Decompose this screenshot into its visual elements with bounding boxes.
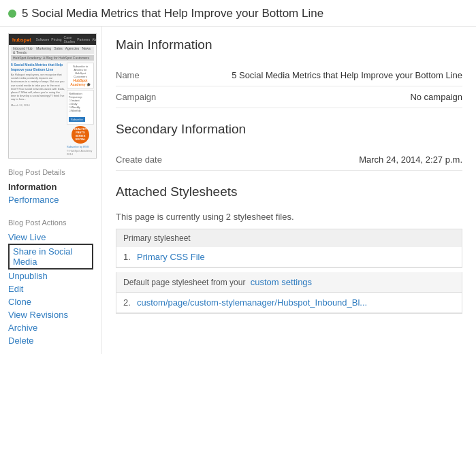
field-value-campaign: No campaign xyxy=(204,86,462,108)
sidebar-item-share-social[interactable]: Share in Social Media xyxy=(8,244,93,270)
stylesheet-row-1: 1. Primary CSS File xyxy=(116,247,462,267)
sidebar-item-view-live[interactable]: View Live xyxy=(8,231,93,244)
stylesheet-row-2: 2. custom/page/custom-stylemanager/Hubsp… xyxy=(116,293,462,313)
sidebar-item-edit[interactable]: Edit xyxy=(8,282,93,295)
stylesheet-link-primary[interactable]: Primary CSS File xyxy=(137,252,205,262)
preview-body: Inbound Hub Marketing Sales Agencies New… xyxy=(9,45,96,158)
preview-academy-bar: HubSpot Academy: A Blog for HubSpot Cust… xyxy=(13,56,89,60)
secondary-info-table: Create date March 24, 2014, 2:27 p.m. xyxy=(116,149,462,171)
preview-hub-bar: Inbound Hub Marketing Sales Agencies New… xyxy=(11,47,94,54)
table-row: Create date March 24, 2014, 2:27 p.m. xyxy=(116,149,462,171)
stylesheet-desc: This page is currently using 2 styleshee… xyxy=(116,212,462,222)
preview-academy-box: Subscribe to Articles for HubSpot Custom… xyxy=(67,63,94,88)
preview-orange-text: HEALTHYPANTSSERIESSOCIAL xyxy=(74,128,87,141)
preview-body-text: As Hubspot employees, we recognize that … xyxy=(11,73,65,101)
preview-headline: 5 Social Media Metrics that Help Improve… xyxy=(11,63,65,71)
main-info-title: Main Information xyxy=(116,37,462,56)
preview-right-col: Subscribe to Articles for HubSpot Custom… xyxy=(67,63,94,156)
preview-nav: Software xyxy=(36,37,50,42)
field-value-name: 5 Social Media Metrics that Help Improve… xyxy=(204,65,462,86)
sidebar-item-archive[interactable]: Archive xyxy=(8,321,93,334)
table-row: Name 5 Social Media Metrics that Help Im… xyxy=(116,65,462,86)
stylesheet-num-2: 2. xyxy=(123,297,137,308)
custom-settings-link[interactable]: custom settings xyxy=(251,277,312,287)
blog-preview: hubsp●t Software Pricing Case Studies Pa… xyxy=(8,33,97,159)
preview-academy-logo: HubSpotAcademy 🎓 xyxy=(69,78,92,86)
main-info-table: Name 5 Social Media Metrics that Help Im… xyxy=(116,65,462,108)
field-label-createdate: Create date xyxy=(116,149,204,171)
field-value-createdate: March 24, 2014, 2:27 p.m. xyxy=(204,149,462,171)
content-area: Main Information Name 5 Social Media Met… xyxy=(102,27,476,354)
stylesheet-num-1: 1. xyxy=(123,252,137,262)
preview-left-col: 5 Social Media Metrics that Help Improve… xyxy=(11,63,65,156)
default-header-text: Default page stylesheet from your xyxy=(123,278,245,287)
status-indicator xyxy=(8,10,16,18)
preview-topbar: hubsp●t Software Pricing Case Studies Pa… xyxy=(9,34,96,45)
sidebar-details-section: Blog Post Details xyxy=(8,168,93,176)
primary-files-container: 1. Primary CSS File xyxy=(116,247,462,268)
preview-rss: Subscribe by RSS © HubSpot Academy 2014 xyxy=(67,145,94,156)
preview-nav: Pricing xyxy=(51,37,61,42)
preview-hub-text: Inbound Hub Marketing Sales Agencies New… xyxy=(13,46,92,54)
sidebar-item-view-revisions[interactable]: View Revisions xyxy=(8,308,93,321)
field-label-name: Name xyxy=(116,65,204,86)
sidebar-item-performance[interactable]: Performance xyxy=(8,193,93,206)
preview-academy-text: Subscribe to Articles for HubSpot Custom… xyxy=(69,65,92,78)
preview-hub-bar-2: HubSpot Academy: A Blog for HubSpot Cust… xyxy=(11,55,94,61)
stylesheet-link-secondary[interactable]: custom/page/custom-stylemanager/Hubspot_… xyxy=(137,297,367,308)
preview-orange-badge: HEALTHYPANTSSERIESSOCIAL xyxy=(72,126,89,144)
preview-footer: March 24, 2014 xyxy=(11,103,65,107)
preview-nav: About xyxy=(92,37,97,42)
secondary-info-title: Secondary Information xyxy=(116,122,462,141)
preview-subscribe-btn: Subscribe xyxy=(69,117,85,122)
stylesheets-title: Attached Stylesheets xyxy=(116,184,462,203)
table-row: Campaign No campaign xyxy=(116,86,462,108)
stylesheets-section: This page is currently using 2 styleshee… xyxy=(116,212,462,314)
preview-logo: hubsp●t xyxy=(12,37,31,42)
preview-nav: Case Studies xyxy=(64,35,76,44)
sidebar: hubsp●t Software Pricing Case Studies Pa… xyxy=(0,27,102,354)
preview-nav: Partners xyxy=(77,37,90,42)
preview-content-row: 5 Social Media Metrics that Help Improve… xyxy=(11,63,94,156)
main-layout: hubsp●t Software Pricing Case Studies Pa… xyxy=(0,27,476,354)
primary-header-label: Primary stylesheet xyxy=(123,233,191,243)
page-title: 5 Social Media Metrics that Help Improve… xyxy=(22,7,323,20)
field-label-campaign: Campaign xyxy=(116,86,204,108)
sidebar-item-information[interactable]: Information xyxy=(8,180,93,193)
sidebar-item-delete[interactable]: Delete xyxy=(8,334,93,347)
sidebar-item-clone[interactable]: Clone xyxy=(8,295,93,308)
preview-subscribe-box: Notification Frequency:□ Instant□ Daily□… xyxy=(67,90,94,125)
preview-subscribe-text: Notification Frequency:□ Instant□ Daily□… xyxy=(69,92,92,112)
sidebar-item-unpublish[interactable]: Unpublish xyxy=(8,270,93,282)
sidebar-actions-section: Blog Post Actions xyxy=(8,218,93,227)
stylesheet-primary-header: Primary stylesheet xyxy=(116,229,462,247)
secondary-files-container: 2. custom/page/custom-stylemanager/Hubsp… xyxy=(116,293,462,314)
default-stylesheet-row: Default page stylesheet from your custom… xyxy=(116,272,462,293)
page-header: 5 Social Media Metrics that Help Improve… xyxy=(0,0,476,27)
